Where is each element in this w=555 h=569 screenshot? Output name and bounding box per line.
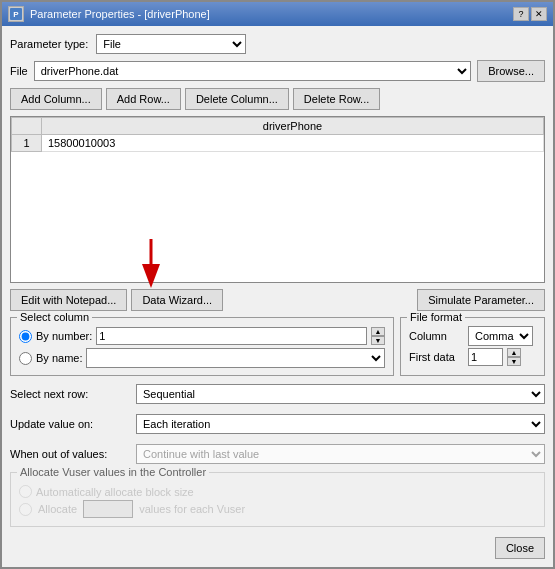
select-column-label: Select column <box>17 311 92 323</box>
param-type-select[interactable]: File <box>96 34 246 54</box>
auto-allocate-radio <box>19 485 32 498</box>
when-out-select[interactable]: Continue with last value <box>136 444 545 464</box>
values-label: values for each Vuser <box>139 503 245 515</box>
auto-allocate-row: Automatically allocate block size <box>19 485 536 498</box>
window-icon: P <box>8 6 24 22</box>
first-data-up[interactable]: ▲ <box>507 348 521 357</box>
when-out-row: When out of values: Continue with last v… <box>10 444 545 464</box>
file-label: File <box>10 65 28 77</box>
delete-column-button[interactable]: Delete Column... <box>185 88 289 110</box>
footer-row: Close <box>10 533 545 559</box>
data-table: driverPhone 1 15800010003 <box>11 117 544 152</box>
column-format-label: Column <box>409 330 464 342</box>
row-cell-driverphone[interactable]: 15800010003 <box>42 135 544 152</box>
auto-allocate-label: Automatically allocate block size <box>36 486 194 498</box>
allocate-input <box>83 500 133 518</box>
edit-notepad-button[interactable]: Edit with Notepad... <box>10 289 127 311</box>
file-format-label: File format <box>407 311 465 323</box>
table-row: 1 15800010003 <box>12 135 544 152</box>
by-name-select[interactable] <box>86 348 385 368</box>
edit-wizard-row: Edit with Notepad... Data Wizard... Simu <box>10 289 545 311</box>
allocate-group-label: Allocate Vuser values in the Controller <box>17 466 209 478</box>
first-data-row: First data ▲ ▼ <box>409 348 536 366</box>
by-number-input[interactable] <box>96 327 367 345</box>
file-input[interactable]: driverPhone.dat <box>34 61 471 81</box>
param-type-row: Parameter type: File <box>10 34 545 54</box>
close-button[interactable]: ✕ <box>531 7 547 21</box>
help-button[interactable]: ? <box>513 7 529 21</box>
allocate-radio <box>19 503 32 516</box>
first-data-label: First data <box>409 351 464 363</box>
allocate-group: Allocate Vuser values in the Controller … <box>10 472 545 527</box>
column-format-row: Column Comma <box>409 326 536 346</box>
by-number-row: By number: ▲ ▼ <box>19 327 385 345</box>
update-value-label: Update value on: <box>10 418 130 430</box>
title-bar: P Parameter Properties - [driverPhone] ?… <box>2 2 553 26</box>
first-data-down[interactable]: ▼ <box>507 357 521 366</box>
when-out-label: When out of values: <box>10 448 130 460</box>
file-row: File driverPhone.dat Browse... <box>10 60 545 82</box>
by-number-radio[interactable] <box>19 330 32 343</box>
window-title: Parameter Properties - [driverPhone] <box>30 8 210 20</box>
allocate-row: Allocate values for each Vuser <box>19 500 536 518</box>
update-value-select[interactable]: Each iteration <box>136 414 545 434</box>
col-driverphone-header: driverPhone <box>42 118 544 135</box>
update-value-row: Update value on: Each iteration <box>10 414 545 434</box>
delete-row-button[interactable]: Delete Row... <box>293 88 380 110</box>
simulate-parameter-button[interactable]: Simulate Parameter... <box>417 289 545 311</box>
first-data-input[interactable] <box>468 348 503 366</box>
data-table-container: driverPhone 1 15800010003 <box>10 116 545 283</box>
by-name-row: By name: <box>19 348 385 368</box>
table-buttons-row: Add Column... Add Row... Delete Column..… <box>10 88 545 110</box>
svg-text:P: P <box>13 10 19 19</box>
select-next-row-select[interactable]: Sequential <box>136 384 545 404</box>
row-num-header <box>12 118 42 135</box>
by-number-down[interactable]: ▼ <box>371 336 385 345</box>
allocate-label: Allocate <box>38 503 77 515</box>
select-next-row-row: Select next row: Sequential <box>10 384 545 404</box>
select-column-group: Select column By number: ▲ ▼ By name: <box>10 317 394 376</box>
main-window: P Parameter Properties - [driverPhone] ?… <box>0 0 555 569</box>
file-format-group: File format Column Comma First data ▲ ▼ <box>400 317 545 376</box>
groups-row: Select column By number: ▲ ▼ By name: <box>10 317 545 376</box>
browse-button[interactable]: Browse... <box>477 60 545 82</box>
by-name-radio[interactable] <box>19 352 32 365</box>
row-number: 1 <box>12 135 42 152</box>
column-format-select[interactable]: Comma <box>468 326 533 346</box>
close-dialog-button[interactable]: Close <box>495 537 545 559</box>
select-next-row-label: Select next row: <box>10 388 130 400</box>
add-column-button[interactable]: Add Column... <box>10 88 102 110</box>
param-type-label: Parameter type: <box>10 38 88 50</box>
by-name-label: By name: <box>36 352 82 364</box>
by-number-label: By number: <box>36 330 92 342</box>
add-row-button[interactable]: Add Row... <box>106 88 181 110</box>
data-wizard-button[interactable]: Data Wizard... <box>131 289 223 311</box>
by-number-up[interactable]: ▲ <box>371 327 385 336</box>
